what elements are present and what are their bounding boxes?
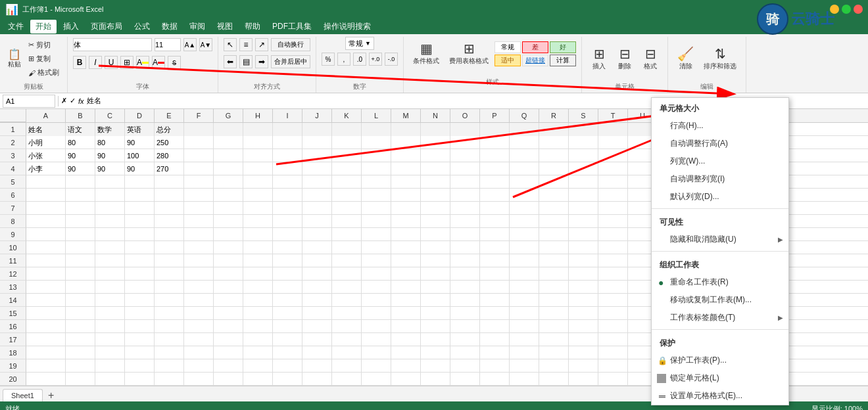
grid-cell[interactable] [450,175,480,189]
grid-cell[interactable] [450,215,480,228]
row-number[interactable]: 15 [0,307,26,320]
grid-cell[interactable] [510,267,539,281]
col-header-a[interactable]: A [26,109,66,122]
grid-cell[interactable] [273,149,302,162]
grid-cell[interactable] [480,136,510,149]
grid-cell[interactable] [95,267,125,281]
grid-cell[interactable] [480,241,510,254]
grid-cell[interactable] [421,267,450,281]
grid-cell[interactable] [214,307,243,320]
strikethrough-btn[interactable]: S̶ [168,56,181,69]
grid-cell[interactable] [95,215,125,228]
comma-btn[interactable]: .0 [353,53,366,66]
grid-cell[interactable] [302,215,332,228]
col-header-i[interactable]: I [273,109,302,122]
grid-cell[interactable] [243,228,273,241]
grid-cell[interactable] [510,346,539,359]
grid-cell[interactable] [273,189,302,202]
grid-cell[interactable] [302,202,332,215]
grid-cell[interactable] [569,215,598,228]
grid-cell[interactable] [450,294,480,307]
grid-cell[interactable] [26,267,66,281]
grid-cell[interactable] [569,241,598,254]
grid-cell[interactable] [214,373,243,386]
grid-cell[interactable] [362,189,391,202]
grid-cell[interactable] [421,162,450,175]
grid-cell[interactable] [569,320,598,333]
grid-cell[interactable] [539,373,569,386]
row-number[interactable]: 3 [0,149,26,162]
grid-cell[interactable]: 90 [66,162,95,175]
grid-cell[interactable]: 总分 [155,123,184,136]
grid-cell[interactable] [243,307,273,320]
grid-cell[interactable] [184,320,214,333]
grid-cell[interactable] [125,333,155,346]
grid-cell[interactable] [598,149,628,162]
grid-cell[interactable] [243,215,273,228]
grid-cell[interactable] [421,373,450,386]
grid-cell[interactable] [539,136,569,149]
col-header-n[interactable]: N [421,109,450,122]
col-header-q[interactable]: Q [510,109,539,122]
grid-cell[interactable] [450,241,480,254]
grid-cell[interactable] [243,123,273,136]
grid-cell[interactable] [332,320,362,333]
grid-cell[interactable] [155,254,184,267]
font-size-input[interactable] [155,38,181,51]
menu-data[interactable]: 数据 [157,20,183,34]
row-number[interactable]: 13 [0,281,26,294]
col-header-t[interactable]: T [598,109,628,122]
delete-cells-btn[interactable]: ⊟ 删除 [613,42,637,76]
grid-cell[interactable] [332,149,362,162]
grid-cell[interactable] [391,175,421,189]
grid-cell[interactable] [598,281,628,294]
copy-button[interactable]: ⊞ 复制 [26,53,62,65]
grid-cell[interactable] [362,359,391,373]
grid-cell[interactable] [391,162,421,175]
name-box[interactable] [3,95,55,108]
grid-cell[interactable] [214,294,243,307]
grid-cell[interactable] [332,281,362,294]
grid-cell[interactable] [510,215,539,228]
grid-cell[interactable] [450,149,480,162]
grid-cell[interactable] [125,215,155,228]
align-right-btn[interactable]: ➡ [255,55,268,68]
grid-cell[interactable] [243,241,273,254]
grid-cell[interactable] [184,307,214,320]
grid-cell[interactable] [362,373,391,386]
grid-cell[interactable] [480,307,510,320]
grid-cell[interactable] [569,202,598,215]
row-number[interactable]: 7 [0,202,26,215]
grid-cell[interactable] [391,241,421,254]
row-number[interactable]: 16 [0,320,26,333]
grid-cell[interactable] [362,162,391,175]
grid-cell[interactable] [450,373,480,386]
grid-cell[interactable] [155,333,184,346]
grid-cell[interactable] [391,136,421,149]
grid-cell[interactable] [95,281,125,294]
grid-cell[interactable] [362,267,391,281]
grid-cell[interactable] [125,189,155,202]
grid-cell[interactable] [243,189,273,202]
col-header-k[interactable]: K [332,109,362,122]
grid-cell[interactable] [184,241,214,254]
grid-cell[interactable] [569,373,598,386]
grid-cell[interactable] [214,346,243,359]
grid-cell[interactable] [95,175,125,189]
grid-cell[interactable] [421,123,450,136]
grid-cell[interactable] [421,254,450,267]
grid-cell[interactable] [421,175,450,189]
grid-cell[interactable] [214,254,243,267]
grid-cell[interactable] [273,241,302,254]
grid-cell[interactable] [184,281,214,294]
grid-cell[interactable] [362,202,391,215]
grid-cell[interactable] [569,189,598,202]
grid-cell[interactable]: 数学 [95,123,125,136]
grid-cell[interactable] [214,281,243,294]
grid-cell[interactable] [480,162,510,175]
col-header-p[interactable]: P [480,109,510,122]
grid-cell[interactable] [26,202,66,215]
grid-cell[interactable] [421,215,450,228]
grid-cell[interactable] [569,228,598,241]
style-link[interactable]: 超链接 [522,55,548,66]
